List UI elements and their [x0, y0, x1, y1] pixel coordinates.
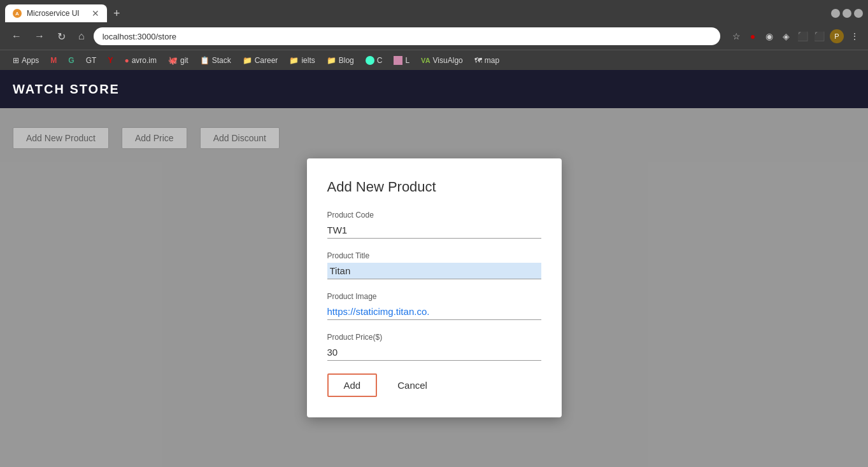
tab-bar: A Microservice UI ✕ +	[0, 0, 868, 23]
product-title-input[interactable]	[327, 263, 541, 279]
gt-icon: GT	[86, 56, 97, 65]
extension-icon-2[interactable]: ◉	[764, 31, 775, 42]
url-text: localhost:3000/store	[103, 32, 176, 41]
new-tab-button[interactable]: +	[110, 7, 124, 20]
bookmark-stack[interactable]: 📋 Stack	[195, 55, 236, 66]
map-icon: 🗺	[474, 56, 482, 65]
tab-close-button[interactable]: ✕	[92, 8, 99, 18]
modal-add-button[interactable]: Add	[327, 373, 378, 397]
c-icon	[366, 56, 374, 65]
profile-icon[interactable]: P	[830, 29, 844, 43]
google-icon: G	[68, 56, 74, 65]
y-icon: Y	[108, 56, 113, 65]
git-label: git	[180, 56, 189, 65]
product-code-input[interactable]	[327, 222, 541, 239]
app-header: WATCH STORE	[0, 70, 868, 108]
apps-icon: ⊞	[13, 56, 19, 65]
bookmark-gmail[interactable]: M	[45, 55, 62, 66]
minimize-button[interactable]	[831, 9, 840, 18]
bookmark-blog[interactable]: 📁 Blog	[322, 55, 359, 66]
bookmark-google[interactable]: G	[63, 55, 79, 66]
bookmark-label: Apps	[22, 56, 39, 65]
nav-bar: ← → ↻ ⌂ localhost:3000/store ☆ ● ◉ ◈ ⬛ ⬛…	[0, 23, 868, 50]
ielts-icon: 📁	[289, 56, 299, 65]
blog-label: Blog	[339, 56, 354, 65]
menu-icon[interactable]: ⋮	[849, 31, 860, 42]
app-title: WATCH STORE	[13, 82, 120, 97]
visusalgo-icon: VA	[421, 57, 430, 64]
modal-overlay: Add New Product Product Code Product Tit…	[0, 108, 868, 467]
map-label: map	[485, 56, 499, 65]
maximize-button[interactable]	[843, 9, 851, 18]
browser-chrome: A Microservice UI ✕ + ← → ↻ ⌂ localhost:…	[0, 0, 868, 70]
extension-icon-3[interactable]: ◈	[780, 31, 792, 42]
forward-button[interactable]: →	[31, 29, 48, 43]
extension-icon[interactable]: ●	[747, 31, 758, 42]
stack-icon: 📋	[200, 56, 210, 65]
modal-actions: Add Cancel	[327, 373, 541, 397]
career-icon: 📁	[243, 56, 252, 65]
tab-title: Microservice UI	[27, 9, 87, 18]
avro-icon: ●	[124, 56, 129, 65]
gmail-icon: M	[50, 56, 57, 65]
product-code-label: Product Code	[327, 211, 541, 220]
career-label: Career	[255, 56, 278, 65]
bookmark-c[interactable]: C	[360, 55, 388, 66]
stack-label: Stack	[212, 56, 231, 65]
bookmark-l[interactable]: L	[388, 55, 415, 66]
c-label: C	[377, 56, 383, 65]
bookmark-map[interactable]: 🗺 map	[469, 55, 504, 66]
bookmark-visusalgo[interactable]: VA VisuAlgo	[416, 55, 468, 66]
git-icon: 🐙	[168, 56, 178, 65]
bookmarks-bar: ⊞ Apps M G GT Y ● avro.im 🐙 git 📋 Stack …	[0, 50, 868, 70]
close-button[interactable]	[854, 9, 863, 18]
ielts-label: ielts	[301, 56, 315, 65]
l-icon	[394, 56, 402, 65]
product-image-label: Product Image	[327, 292, 541, 301]
extension-icon-5[interactable]: ⬛	[813, 31, 825, 42]
product-image-input[interactable]	[327, 303, 541, 320]
product-code-group: Product Code	[327, 211, 541, 239]
home-button[interactable]: ⌂	[75, 29, 89, 43]
bookmark-y[interactable]: Y	[103, 55, 118, 66]
address-bar[interactable]: localhost:3000/store	[94, 27, 720, 45]
product-price-input[interactable]	[327, 344, 541, 361]
product-image-group: Product Image	[327, 292, 541, 320]
active-tab[interactable]: A Microservice UI ✕	[5, 4, 107, 22]
modal-cancel-button[interactable]: Cancel	[387, 373, 438, 397]
product-price-label: Product Price($)	[327, 333, 541, 342]
product-title-group: Product Title	[327, 251, 541, 279]
modal-title: Add New Product	[327, 179, 541, 195]
bookmark-apps[interactable]: ⊞ Apps	[8, 55, 44, 66]
avro-label: avro.im	[132, 56, 157, 65]
blog-icon: 📁	[327, 56, 336, 65]
back-button[interactable]: ←	[8, 29, 25, 43]
bookmark-gt[interactable]: GT	[81, 55, 102, 66]
refresh-button[interactable]: ↻	[53, 29, 69, 44]
page-content: Add New Product Add Price Add Discount A…	[0, 108, 868, 467]
product-price-group: Product Price($)	[327, 333, 541, 361]
product-title-label: Product Title	[327, 251, 541, 260]
window-controls	[831, 9, 863, 18]
extension-icon-4[interactable]: ⬛	[797, 31, 808, 42]
bookmark-avro[interactable]: ● avro.im	[119, 55, 162, 66]
l-label: L	[405, 56, 409, 65]
nav-icons: ☆ ● ◉ ◈ ⬛ ⬛ P ⋮	[730, 29, 860, 43]
visusalgo-label: VisuAlgo	[433, 56, 463, 65]
bookmark-ielts[interactable]: 📁 ielts	[284, 55, 320, 66]
add-product-modal: Add New Product Product Code Product Tit…	[307, 158, 562, 417]
bookmark-career[interactable]: 📁 Career	[238, 55, 283, 66]
star-icon[interactable]: ☆	[730, 31, 742, 42]
page: WATCH STORE Add New Product Add Price Ad…	[0, 70, 868, 467]
bookmark-git[interactable]: 🐙 git	[163, 55, 194, 66]
tab-favicon: A	[13, 9, 22, 18]
